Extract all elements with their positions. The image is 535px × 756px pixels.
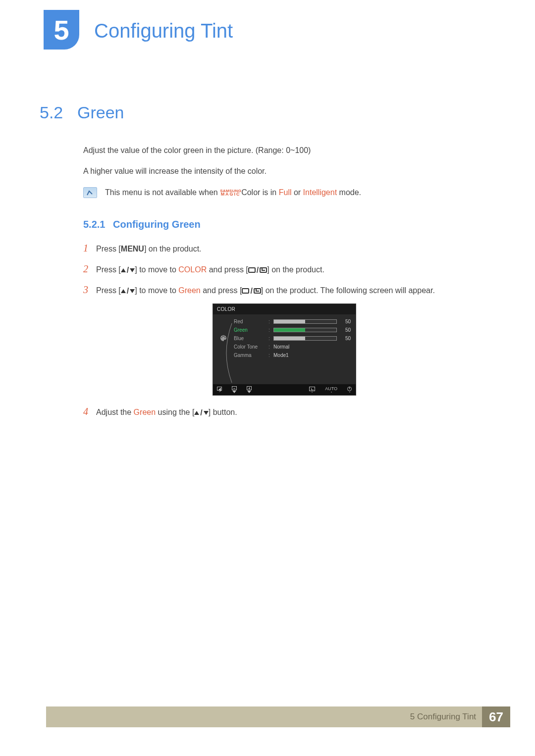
up-down-icon: / xyxy=(194,409,208,417)
osd-row: Green:50 xyxy=(234,326,351,334)
up-down-icon: / xyxy=(121,287,135,295)
osd-row: Blue:50 xyxy=(234,334,351,343)
note-text: This menu is not available when SAMSUNGM… xyxy=(105,188,361,197)
osd-footer: AUTO xyxy=(213,384,356,395)
osd-value: 50 xyxy=(340,336,351,341)
osd-row-label: Red xyxy=(234,319,268,324)
subsection-title: Configuring Green xyxy=(113,219,201,230)
osd-enter-icon xyxy=(309,387,315,393)
osd-row: Gamma:Mode1 xyxy=(234,351,351,359)
step-number: 2 xyxy=(83,262,96,276)
osd-row-label: Gamma xyxy=(234,353,268,358)
page-footer: 5 Configuring Tint 67 xyxy=(46,706,510,727)
source-enter-icon: / xyxy=(242,287,261,295)
step-number: 1 xyxy=(83,241,96,255)
osd-slider xyxy=(273,319,337,324)
osd-value: 50 xyxy=(340,327,351,333)
osd-row: Color Tone:Normal xyxy=(234,343,351,351)
osd-slider xyxy=(273,336,337,341)
osd-row: Red:50 xyxy=(234,317,351,326)
osd-auto-label: AUTO xyxy=(325,387,337,393)
subsection-number: 5.2.1 xyxy=(83,219,113,230)
step-number: 3 xyxy=(83,283,96,297)
step-2: 2 Press [/] to move to COLOR and press [… xyxy=(83,262,485,276)
section-number: 5.2 xyxy=(40,103,77,122)
osd-title: COLOR xyxy=(213,304,356,314)
up-down-icon: / xyxy=(121,266,135,274)
footer-page-number: 67 xyxy=(482,706,510,727)
osd-row-label: Blue xyxy=(234,336,268,341)
osd-plus-icon xyxy=(247,386,252,393)
step-3: 3 Press [/] to move to Green and press [… xyxy=(83,283,485,297)
osd-value: Normal xyxy=(273,344,289,350)
osd-back-icon xyxy=(217,387,222,392)
step-number: 4 xyxy=(83,404,96,418)
menu-key: MENU xyxy=(121,245,144,253)
section-title: Green xyxy=(77,103,124,122)
osd-value: 50 xyxy=(340,319,351,324)
osd-row-label: Color Tone xyxy=(234,344,268,350)
osd-slider xyxy=(273,328,337,332)
chapter-title: Configuring Tint xyxy=(94,20,233,42)
intro-paragraph-1: Adjust the value of the color green in t… xyxy=(83,145,485,156)
step-4: 4 Adjust the Green using the [/] button. xyxy=(83,404,485,418)
step-1: 1 Press [MENU] on the product. xyxy=(83,241,485,255)
osd-screenshot: COLOR Red:50Green:50Blue:50Color Tone:No… xyxy=(213,303,356,396)
intro-paragraph-2: A higher value will increase the intensi… xyxy=(83,166,485,177)
osd-curve-decor xyxy=(223,323,236,383)
note-icon xyxy=(83,187,97,198)
source-enter-icon: / xyxy=(248,266,267,274)
osd-value: Mode1 xyxy=(273,353,289,358)
osd-row-label: Green xyxy=(234,327,268,333)
osd-power-icon xyxy=(347,387,352,393)
osd-minus-icon xyxy=(232,386,237,393)
samsung-magic-logo: SAMSUNGMAGIC xyxy=(220,190,241,197)
footer-chapter-label: 5 Configuring Tint xyxy=(410,712,476,722)
chapter-badge: 5 xyxy=(44,10,79,50)
